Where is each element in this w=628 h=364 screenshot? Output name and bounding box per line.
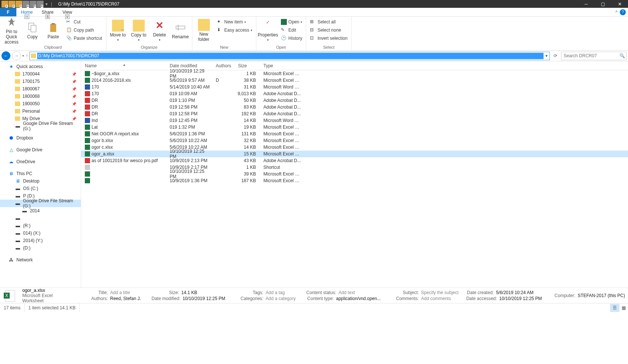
qat-item[interactable]: 2 xyxy=(9,1,15,7)
file-row[interactable]: 1705/14/2019 10:40 AM31 KBMicrosoft Word… xyxy=(81,84,628,90)
thumbnails-view-button[interactable]: ▦ xyxy=(619,304,628,312)
sidebar-item-drive[interactable]: ▬OS (C:) xyxy=(0,185,81,192)
details-categories[interactable]: Add a category xyxy=(266,296,296,301)
details-title[interactable]: Add a title xyxy=(110,290,130,295)
tab-share[interactable]: ShareS xyxy=(37,8,58,16)
sidebar-item-pinned[interactable]: 1700044📌 xyxy=(0,70,81,78)
qat-item[interactable]: 6 xyxy=(37,1,44,7)
column-header-type[interactable]: Type xyxy=(260,63,628,68)
paste-shortcut-button[interactable]: 📎Paste shortcut xyxy=(65,35,104,42)
tab-view[interactable]: ViewV xyxy=(58,8,77,16)
qat-item[interactable]: 3 xyxy=(16,1,22,7)
column-header-date[interactable]: Date modified xyxy=(166,63,212,68)
sidebar-item-drive-sub[interactable]: ▬2014 xyxy=(0,207,81,215)
easy-access-button[interactable]: ⬇Easy access ▾ xyxy=(215,26,254,34)
column-header-size[interactable]: Size xyxy=(234,63,260,68)
invert-selection-button[interactable]: ⊡Invert selection xyxy=(308,35,349,42)
new-folder-button[interactable]: New folder xyxy=(195,17,213,44)
details-authors[interactable]: Reed, Stefan J. xyxy=(110,296,141,301)
column-header-authors[interactable]: Authors xyxy=(212,63,234,68)
file-row[interactable]: DR019 1:10 PM50 KBAdobe Acrobat D... xyxy=(81,97,628,104)
details-content-status[interactable]: Add text xyxy=(339,290,355,295)
forward-button[interactable]: → xyxy=(12,51,21,60)
file-row[interactable]: 10/9/2019 2:17 PM1 KBShortcut xyxy=(81,164,628,171)
address-dropdown-icon[interactable]: ▾ xyxy=(544,53,550,58)
sidebar-item-quick-access[interactable]: ★Quick access xyxy=(0,63,81,70)
sidebar-item-dropbox[interactable]: ⬢Dropbox xyxy=(0,134,81,142)
file-row[interactable]: as of 10012019 for wesco pro.pdf10/9/201… xyxy=(81,157,628,164)
back-button[interactable]: ← xyxy=(1,51,10,60)
new-item-button[interactable]: ✦New item ▾ xyxy=(215,18,254,26)
file-row[interactable]: ~$ogor_a.xlsx10/10/2019 12:29 PM1 KBMicr… xyxy=(81,70,628,77)
address-input[interactable] xyxy=(37,53,544,59)
details-subject[interactable]: Specify the subject xyxy=(421,290,459,295)
details-comments[interactable]: Add comments xyxy=(421,296,451,301)
sidebar-item-google-drive[interactable]: △Google Drive xyxy=(0,146,81,154)
copy-path-button[interactable]: 📋Copy path xyxy=(65,26,104,34)
sidebar-item-desktop[interactable]: 🖥Desktop xyxy=(0,177,81,185)
sidebar-item-pinned[interactable]: Personal📌 xyxy=(0,107,81,115)
help-icon[interactable]: ? xyxy=(620,9,626,15)
sidebar-item-drive[interactable]: ▬ xyxy=(0,215,81,222)
file-row[interactable]: Ind019 12:45 PM14 KBMicrosoft Word D... xyxy=(81,117,628,124)
sidebar-item-drive[interactable]: ▬(D:) xyxy=(0,244,81,252)
up-button[interactable]: ↑ xyxy=(26,53,28,58)
ribbon-collapse-icon[interactable]: ^ xyxy=(615,10,618,15)
file-row[interactable]: ogor_a.xlsx10/10/2019 12:25 PM15 KBMicro… xyxy=(81,151,628,157)
file-row[interactable]: DR019 12:58 PM192 KBAdobe Acrobat D... xyxy=(81,110,628,117)
sidebar-item-gdrive-fs[interactable]: ▬Google Drive File Stream (G:) xyxy=(0,122,81,130)
sidebar-item-pinned[interactable]: 1700175📌 xyxy=(0,78,81,85)
details-tags[interactable]: Add a tag xyxy=(266,290,285,295)
open-button[interactable]: Open ▾ xyxy=(279,18,304,26)
file-row[interactable]: 2014 2016-2018.xls5/6/2019 9:57 AMD38 KB… xyxy=(81,77,628,84)
pin-to-quick-access-button[interactable]: Pin to Quick access xyxy=(2,17,21,44)
file-tab[interactable]: F xyxy=(0,8,16,16)
delete-button[interactable]: ✕Delete▾ xyxy=(150,17,169,44)
properties-button[interactable]: ✓Properties▾ xyxy=(259,17,277,44)
edit-button[interactable]: ✎Edit xyxy=(279,26,304,34)
history-button[interactable]: 🕑History xyxy=(279,35,304,42)
file-row[interactable]: ogor b.xlsx5/6/2019 10:22 AM32 KBMicroso… xyxy=(81,137,628,144)
maximize-button[interactable]: ▢ xyxy=(595,0,611,8)
sidebar-item-this-pc[interactable]: 🖥This PC xyxy=(0,170,81,177)
qat-item[interactable]: 4 xyxy=(23,1,29,7)
sidebar-item-drive[interactable]: ▬Google Drive File Stream (G:) xyxy=(0,200,81,207)
file-row[interactable]: 10/9/2019 1:36 PM187 KBMicrosoft Excel W… xyxy=(81,177,628,184)
file-icon xyxy=(85,84,90,90)
file-row[interactable]: Net OGOR A report.xlsx5/6/2019 1:36 PM13… xyxy=(81,131,628,137)
recent-locations-button[interactable]: ▾ xyxy=(22,54,24,58)
search-icon[interactable]: 🔍 xyxy=(619,53,625,58)
move-to-button[interactable]: →Move to▾ xyxy=(109,17,127,44)
sidebar-item-drive[interactable]: ▬2014) (Y:) xyxy=(0,237,81,244)
file-row[interactable]: 10/10/2019 12:25 PM39 KBMicrosoft Excel … xyxy=(81,171,628,177)
cut-button[interactable]: ✂Cut xyxy=(65,18,104,26)
details-view-button[interactable]: ☰ xyxy=(610,304,619,312)
qat-item[interactable]: 5 xyxy=(30,1,36,7)
sidebar-item-drive[interactable]: ▬(R:) xyxy=(0,222,81,229)
file-row[interactable]: 170019 10:09 AM9,013 KBAdobe Acrobat D..… xyxy=(81,90,628,97)
close-button[interactable]: ✕ xyxy=(611,0,628,8)
file-row[interactable]: DR019 12:58 PM83 KBAdobe Acrobat D... xyxy=(81,104,628,110)
copy-button[interactable]: Copy xyxy=(23,17,42,44)
rename-button[interactable]: Rename xyxy=(171,17,190,44)
column-header-name[interactable]: Name ▲ xyxy=(81,63,166,68)
sidebar-item-pinned[interactable]: 1800067📌 xyxy=(0,85,81,93)
file-row[interactable]: Lat019 1:32 PM19 KBMicrosoft Excel W... xyxy=(81,124,628,131)
minimize-button[interactable]: ─ xyxy=(578,0,595,8)
select-all-button[interactable]: ⊞Select all xyxy=(308,18,349,26)
sidebar-item-pinned[interactable]: 1900050📌 xyxy=(0,100,81,107)
file-icon xyxy=(85,111,90,116)
sidebar-item-onedrive[interactable]: ☁OneDrive xyxy=(0,158,81,165)
tab-home[interactable]: HomeH xyxy=(16,8,37,16)
copy-to-button[interactable]: Copy to▾ xyxy=(129,17,148,44)
search-input[interactable] xyxy=(564,53,619,58)
select-none-button[interactable]: ⊟Select none xyxy=(308,26,349,34)
sidebar-item-pinned[interactable]: 1800068📌 xyxy=(0,93,81,100)
sidebar-item-drive[interactable]: ▬014) (X:) xyxy=(0,229,81,237)
refresh-button[interactable]: ⟳ xyxy=(551,53,560,58)
file-row[interactable]: ogor c.xlsx5/6/2019 10:22 AM14 KBMicroso… xyxy=(81,144,628,151)
qat-item[interactable]: 1 xyxy=(1,1,8,7)
paste-button[interactable]: Paste xyxy=(44,17,63,44)
sidebar-item-network[interactable]: 🖧Network xyxy=(0,256,81,264)
file-type: Microsoft Excel W... xyxy=(260,171,301,177)
